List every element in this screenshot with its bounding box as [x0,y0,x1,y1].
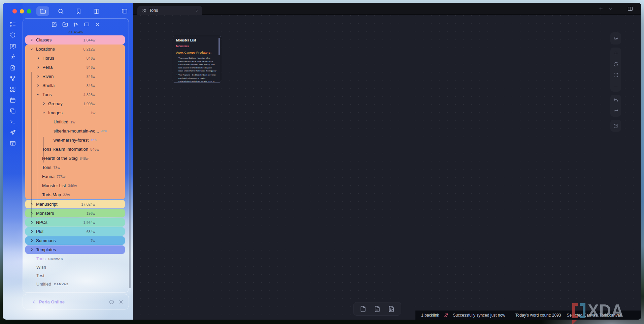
doc-blank-icon[interactable] [359,305,367,313]
bookmark-toolbar-button[interactable] [72,6,85,16]
tree-item-riven[interactable]: Riven846w [25,72,125,81]
tree-item-plot[interactable]: Plot634w [25,227,125,236]
book-toolbar-button[interactable] [90,6,103,16]
card-tag-link[interactable]: Monsters [176,45,217,48]
word-count: 846w [87,65,95,69]
card-scrollbar[interactable] [218,38,220,55]
table-icon[interactable] [9,140,16,147]
gear-icon[interactable] [118,299,124,305]
calendar-icon[interactable] [9,97,16,104]
canvas-surface[interactable]: Monster List Monster List Monsters Apex … [133,15,641,320]
doc-text-icon[interactable] [373,305,381,313]
card-title: Monster List [176,38,217,42]
canvas-item-wish[interactable]: Wish [25,263,125,271]
left-rail [3,3,23,320]
terminal-icon[interactable] [9,118,16,125]
plus-icon[interactable] [613,50,619,56]
chevron-down-icon[interactable] [608,6,613,11]
chevron-down-icon [42,111,46,115]
panel-left-icon[interactable] [121,8,128,14]
backlink-count[interactable]: 1 backlink [421,313,439,318]
paper-plane-icon[interactable] [9,129,16,136]
redo-icon[interactable] [613,108,619,114]
tree-item-npcs[interactable]: NPCs1,964w [25,218,125,227]
book-icon [93,8,100,15]
word-count: 346w [68,184,77,188]
word-count: 848w [80,156,89,160]
page-search-icon[interactable] [9,64,16,71]
tree-item-toris-realm-information[interactable]: Toris Realm Information846w [25,145,125,154]
word-count: 773w [57,175,65,179]
tree-item-fauna[interactable]: Fauna773w [25,172,125,181]
refresh-icon[interactable] [613,61,619,67]
close-tab-icon[interactable] [195,9,199,12]
tree-item-label: Classes [36,37,52,42]
tree-item-monsters[interactable]: Monsters196w [25,209,125,217]
card-heading: Apex Canopy Predators: [176,51,217,54]
canvas-item-test[interactable]: Test [25,271,125,280]
canvas-item-toris[interactable]: TorisCANVAS [25,255,125,263]
tree-item-wet-marshy-forest[interactable]: wet-marshy-forestJPG [25,136,125,145]
close-window-button[interactable] [12,9,17,13]
vault-switcher[interactable]: Perla Online [39,299,65,304]
zoom-window-button[interactable] [27,9,31,13]
fit-icon[interactable] [613,72,619,78]
tree-item-toris[interactable]: Toris4,828w [25,90,125,99]
chevron-right-icon [30,211,34,215]
plus-icon[interactable] [598,6,604,11]
tree-item-classes[interactable]: Classes1,044w [25,35,125,45]
tree-item-label: Monsters [36,211,54,216]
history-icon[interactable] [9,32,16,39]
outline-list-icon[interactable] [9,21,16,28]
canvas-grid-icon [142,8,146,13]
tree-item-label: Untitled [54,119,68,124]
word-count: 1w [70,120,75,124]
tree-item-manuscript[interactable]: Manuscript17,024w [25,200,125,208]
tree-item-label: Horus [42,56,54,61]
search-icon [57,8,64,15]
tree-item-templates[interactable]: Templates [25,245,125,254]
chevron-right-icon [30,38,34,42]
runner-icon[interactable] [9,54,16,60]
tree-item-locations[interactable]: Locations8,212w [25,45,125,54]
minimize-window-button[interactable] [20,9,24,13]
tree-item-untitled[interactable]: Untitled1w [25,117,125,126]
indent-guide [31,72,32,217]
copy-icon[interactable] [9,108,16,114]
grid-icon[interactable] [9,86,16,93]
tree-item-label: Templates [36,247,56,252]
tree-item-monster-list[interactable]: Monster List346w [25,181,125,190]
help-icon[interactable] [109,299,114,305]
tree-item-shella[interactable]: Shella846w [25,81,125,90]
chevron-right-icon [30,248,34,252]
minus-icon[interactable] [613,83,619,89]
help-icon[interactable] [613,123,619,129]
tree-item-label: Plot [36,229,43,234]
tree-item-toris-map[interactable]: Toris Map33w [25,190,125,199]
monster-list-card[interactable]: Monster List Monsters Apex Canopy Predat… [173,36,221,83]
tree-item-siberian-mountain-wo-[interactable]: siberian-mountain-wo...JPG [25,126,125,136]
canvas-item-untitled[interactable]: UntitledCANVAS [25,280,125,288]
canvas-item-label: Untitled [36,282,51,287]
tab-toris[interactable]: Toris [137,6,202,15]
panel-right-icon[interactable] [627,6,633,12]
tree-item-grenay[interactable]: Grenay1,908w [25,99,125,108]
word-count: 7w [91,239,95,243]
tree-item-label: Summons [36,238,56,243]
gear-icon[interactable] [613,36,619,41]
tree-item-perla[interactable]: Perla846w [25,63,125,72]
folder-toolbar-button[interactable] [36,6,49,16]
sidebar-scrollbar[interactable] [129,76,131,288]
tree-item-summons[interactable]: Summons7w [25,236,125,245]
undo-icon[interactable] [613,97,619,103]
tree-item-hearth-of-the-stag[interactable]: Hearth of the Stag848w [25,154,125,163]
tree-item-label: wet-marshy-forest [54,138,89,143]
tree-item-toris[interactable]: Toris73w [25,163,125,172]
tree-item-images[interactable]: Images1w [25,108,125,117]
doc-image-icon[interactable] [387,305,395,313]
search-toolbar-button[interactable] [54,6,67,16]
graph-nodes-icon[interactable] [9,75,16,82]
tree-item-horus[interactable]: Horus846w [25,54,125,63]
file-tree: Classes1,044wLocations8,212wHorus846wPer… [23,19,129,292]
map-pin-icon[interactable] [9,43,16,50]
